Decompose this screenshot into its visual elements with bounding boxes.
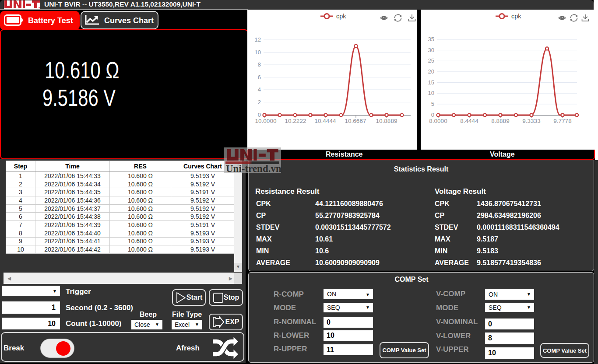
svg-text:9.3333: 9.3333 <box>522 118 540 124</box>
svg-text:20: 20 <box>428 68 434 75</box>
svg-text:9.7778: 9.7778 <box>553 118 571 124</box>
svg-text:10.4444: 10.4444 <box>315 118 336 124</box>
svg-text:0: 0 <box>258 112 261 118</box>
svg-text:10.8889: 10.8889 <box>376 118 397 124</box>
svg-text:25: 25 <box>428 57 434 64</box>
svg-text:6: 6 <box>258 74 261 80</box>
svg-text:30: 30 <box>428 47 434 53</box>
svg-text:4: 4 <box>258 86 261 93</box>
svg-text:cpk: cpk <box>511 13 521 20</box>
svg-text:8.8889: 8.8889 <box>491 118 509 124</box>
svg-text:8.4444: 8.4444 <box>460 118 478 124</box>
svg-text:12: 12 <box>255 36 261 43</box>
svg-text:10.2222: 10.2222 <box>285 118 306 124</box>
svg-text:0: 0 <box>431 112 434 118</box>
svg-text:10.0000: 10.0000 <box>255 118 277 124</box>
svg-text:8: 8 <box>258 61 261 68</box>
svg-text:10.6667: 10.6667 <box>345 118 366 124</box>
svg-text:cpk: cpk <box>336 13 346 20</box>
svg-text:2: 2 <box>258 99 261 105</box>
svg-text:8.0000: 8.0000 <box>429 118 447 124</box>
svg-text:5: 5 <box>431 101 434 107</box>
svg-text:10: 10 <box>428 90 434 96</box>
svg-text:10: 10 <box>255 49 261 56</box>
svg-text:15: 15 <box>428 79 434 86</box>
svg-text:35: 35 <box>428 36 434 42</box>
